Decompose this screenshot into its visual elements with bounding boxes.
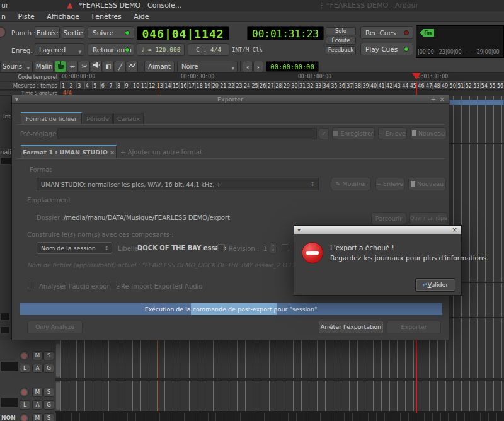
feedback-button[interactable]: Feedback [326, 46, 356, 54]
snap-toggle-button[interactable]: Aimant [144, 61, 175, 72]
error-dialog-titlebar[interactable]: ▾ × [294, 226, 461, 234]
bars-ruler[interactable]: 1234567891011121314151617181920212223242… [60, 81, 504, 90]
nudge-clock[interactable]: 00:00:00:00 [266, 61, 319, 72]
play-cues-button[interactable]: Play Cues [360, 43, 413, 55]
automation-button[interactable]: A [32, 400, 43, 410]
reimport-checkbox[interactable] [110, 282, 117, 289]
listen-button[interactable]: Écoute [326, 37, 356, 45]
menu-fragment[interactable]: n [0, 11, 11, 22]
preset-entry[interactable] [57, 128, 317, 139]
track-scrollbar[interactable] [56, 344, 60, 377]
solo-button[interactable]: S [43, 413, 54, 421]
solo-button[interactable]: S [43, 351, 54, 360]
level-button[interactable]: L [20, 364, 30, 373]
group-button[interactable]: G [43, 364, 54, 373]
preset-new-button[interactable]: Nouveau [410, 127, 447, 139]
timecode-ruler[interactable]: 00:00:00:00 00:00:30:00 00:01:00:00 00:0… [60, 73, 504, 81]
record-mode-select[interactable]: Layered▾ [35, 43, 84, 56]
playhead-line[interactable] [416, 340, 417, 413]
stop-export-button[interactable]: Arrêter l'exportation [319, 321, 383, 333]
grab-tool-icon[interactable] [55, 61, 66, 72]
mini-timeline[interactable]: fin |00|00—23|00|00———29|00|00—34|00 [416, 25, 504, 58]
sync-source[interactable]: INT/M-Clk [232, 47, 263, 53]
open-folder-button[interactable]: Ouvrir un répertoire [410, 212, 447, 224]
solo-button[interactable]: S [43, 388, 54, 397]
punch-in-button[interactable]: Entrée [35, 26, 60, 39]
bar-number: 30 [290, 82, 298, 89]
tempo-button[interactable]: ♩ = 120,000 [137, 43, 185, 56]
close-icon[interactable]: × [452, 226, 457, 234]
solo-button[interactable]: Solo [326, 27, 356, 35]
menu-aide[interactable]: Aide [129, 11, 154, 22]
mute-button[interactable]: M [32, 388, 43, 397]
edit-tool-icon[interactable] [127, 61, 138, 72]
cut-tool-icon[interactable]: ✂ [79, 61, 90, 72]
auto-return-button[interactable]: Retour auto [88, 43, 134, 56]
window-menu-icon[interactable]: ▾ [15, 95, 18, 103]
preset-save-button[interactable]: Enregistrer [332, 127, 375, 139]
record-enable-button[interactable] [20, 413, 29, 421]
browse-button[interactable]: Parcourir [371, 212, 406, 224]
export-dialog-titlebar[interactable]: ▾ Exporter + × [12, 95, 449, 104]
end-marker[interactable]: fin [420, 29, 434, 37]
name-component-select[interactable]: Nom de la session↕ [37, 242, 112, 254]
format-edit-button[interactable]: ✎ Modifier [331, 178, 371, 190]
monitor-knob[interactable] [0, 26, 6, 38]
close-icon[interactable]: × [440, 95, 445, 103]
meter-button[interactable]: C : 4/4 [188, 43, 229, 56]
format-tab[interactable]: Format 1 : UMAN STUDIO × [21, 145, 117, 158]
error-stop-icon [302, 242, 323, 263]
group-button[interactable]: G [43, 400, 54, 410]
menu-piste[interactable]: Piste [13, 11, 39, 22]
validate-button[interactable]: ↵Valider [415, 278, 455, 292]
menu-fenetres[interactable]: Fenêtres [86, 11, 126, 22]
extra-checkbox[interactable] [282, 244, 289, 251]
analyze-checkbox[interactable] [28, 282, 35, 289]
record-enable-button[interactable] [20, 351, 29, 360]
automation-button[interactable]: A [32, 364, 43, 373]
draw-tool-icon[interactable]: ╱ [115, 61, 126, 72]
record-enable-button[interactable] [20, 388, 29, 397]
nudge-forward-button[interactable]: › [253, 61, 263, 72]
tab-canaux[interactable]: Canaux [113, 113, 144, 125]
track-lane-dark[interactable] [55, 413, 504, 421]
add-format-button[interactable]: + Ajouter un autre format [120, 149, 202, 156]
tab-periode[interactable]: Période [83, 113, 113, 125]
rec-cues-led [404, 30, 409, 35]
punch-out-button[interactable]: Sortie [62, 26, 84, 39]
format-new-button[interactable]: Nouveau [408, 178, 446, 190]
only-analyze-button[interactable]: Only Analyze [27, 321, 83, 333]
audition-tool-icon[interactable] [91, 61, 102, 72]
nudge-back-button[interactable]: ‹ [243, 61, 253, 72]
range-selection-strip[interactable] [449, 100, 504, 105]
ruler-area[interactable]: Code temporel Mesures : temps Time Signa… [0, 73, 504, 96]
close-format-tab-icon[interactable]: × [110, 149, 115, 156]
export-button[interactable]: Exporter [387, 321, 441, 333]
snap-unit-select[interactable]: Noire▾ [177, 61, 238, 72]
follow-button[interactable]: Suivre [88, 26, 134, 39]
revision-checkbox[interactable] [217, 244, 225, 251]
smart-mode-button[interactable]: Malin [35, 61, 54, 72]
primary-clock[interactable]: 046|04|1142 [137, 26, 229, 40]
maximize-icon[interactable]: + [431, 95, 436, 103]
range-tool-icon[interactable]: ↔ [67, 61, 78, 72]
format-select[interactable]: UMAN STUDIO: normaliser les pics, WAV, 1… [37, 178, 319, 190]
timefx-tool-icon[interactable]: ◧ [103, 61, 114, 72]
window-menu-icon[interactable]: ▾ [297, 226, 301, 234]
playhead-marker[interactable] [412, 73, 421, 79]
tab-format-de-fichier[interactable]: Format de fichier [21, 112, 82, 124]
revision-spinner[interactable]: ▴▾ [270, 242, 277, 254]
menu-affichage[interactable]: Affichage [42, 11, 84, 22]
preset-apply-button[interactable]: ✓ [319, 128, 329, 139]
secondary-clock[interactable]: 00:01:31:23 [247, 26, 324, 40]
playhead-line[interactable] [416, 82, 417, 96]
preset-remove-button[interactable]: − Enlever [378, 127, 407, 139]
format-remove-button[interactable]: − Enlever [375, 178, 404, 190]
track-scrollbar[interactable] [56, 382, 60, 410]
rec-cues-button[interactable]: Rec Cues [360, 26, 413, 39]
mouse-mode-select[interactable]: Souris▾ [0, 61, 33, 72]
mute-button[interactable]: M [32, 351, 43, 360]
level-button[interactable]: L [20, 400, 30, 410]
mute-button[interactable]: M [32, 413, 43, 421]
new-file-icon [412, 130, 416, 136]
